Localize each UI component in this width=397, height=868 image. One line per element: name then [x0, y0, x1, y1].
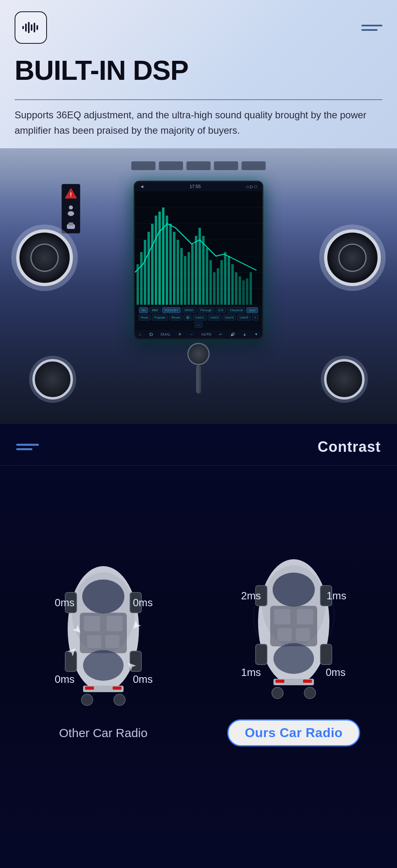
svg-rect-26: [166, 216, 168, 305]
svg-rect-64: [85, 686, 94, 690]
contrast-icon: [16, 444, 39, 450]
svg-rect-4: [34, 23, 35, 32]
car-top-icon: [65, 222, 77, 230]
eq-chip-bbe[interactable]: BBE: [149, 307, 161, 313]
eq-chip-user2[interactable]: User2: [208, 314, 221, 321]
screen-dual-label: DUAL: [161, 332, 171, 336]
warning-icon: !: [64, 188, 77, 199]
svg-rect-3: [31, 24, 32, 31]
svg-rect-81: [297, 609, 313, 624]
our-ms-bottom-left: 1ms: [241, 666, 261, 679]
svg-rect-32: [188, 252, 190, 305]
eq-chip-rock[interactable]: Rock: [139, 314, 151, 321]
svg-rect-83: [296, 628, 310, 641]
vent-slot: [131, 161, 156, 170]
svg-rect-44: [231, 264, 234, 305]
other-ms-top-right: 0ms: [133, 596, 153, 609]
alert-panel: !: [62, 184, 80, 233]
svg-rect-40: [217, 268, 219, 305]
our-ms-bottom-right: 0ms: [326, 666, 346, 679]
eq-chip-user5[interactable]: User5: [237, 314, 250, 321]
eq-chip-jazz[interactable]: Jazz: [246, 307, 258, 313]
svg-rect-45: [235, 272, 237, 305]
top-section: BUILT-IN DSP Supports 36EQ adjustment, a…: [0, 0, 397, 424]
svg-point-8: [69, 205, 73, 210]
other-ms-bottom-right: 0ms: [133, 673, 153, 686]
waveform-icon: [21, 20, 41, 35]
other-car-image: 0ms 0ms 0ms 0ms: [51, 548, 156, 718]
eq-chip-dolby[interactable]: ⊙DOLBY: [162, 307, 181, 313]
speaker-left-top: [16, 229, 73, 286]
eq-chip-dots[interactable]: ⊙⊙: [216, 307, 226, 313]
svg-rect-29: [177, 240, 179, 305]
screen-bottom-bar: ⌂ ⏻ DUAL ❄ ↔ AUTO ↩ 🔊 ▲ ▼: [135, 330, 262, 338]
svg-point-78: [273, 573, 315, 607]
svg-rect-27: [169, 224, 172, 305]
svg-point-67: [114, 694, 125, 706]
eq-chip-through[interactable]: Through: [198, 307, 215, 313]
hamburger-menu[interactable]: [361, 25, 382, 31]
our-car-svg: [241, 541, 346, 711]
car-screen[interactable]: ◄ 17:55 ⌂ ▷ □: [134, 181, 263, 340]
our-ms-top-right: 1ms: [327, 590, 346, 602]
svg-rect-42: [224, 252, 226, 305]
screen-eq-display: [135, 191, 262, 305]
eq-chip-plus[interactable]: +: [252, 314, 259, 321]
eq-chip-srs[interactable]: SRS⊙: [182, 307, 196, 313]
eq-chip-popular[interactable]: Popular: [152, 314, 168, 321]
eq-chip-user1[interactable]: User1: [193, 314, 206, 321]
title-divider: [15, 99, 382, 100]
svg-rect-54: [84, 616, 100, 631]
other-ms-bottom-left: 0ms: [55, 673, 75, 686]
svg-rect-91: [303, 680, 312, 683]
svg-rect-47: [242, 280, 245, 305]
svg-point-9: [68, 211, 74, 216]
other-car-label: Other Car Radio: [59, 726, 147, 740]
svg-rect-65: [113, 686, 122, 690]
eq-chip-power[interactable]: ⏻: [184, 314, 192, 321]
our-car-label-button[interactable]: Ours Car Radio: [227, 719, 360, 746]
eq-chip-minus[interactable]: —: [194, 322, 203, 328]
dashboard-image: ! ◄ 17:55 ⌂ ▷ □: [0, 148, 397, 424]
svg-rect-23: [155, 216, 157, 305]
contrast-label: Contrast: [318, 438, 381, 455]
svg-rect-21: [147, 232, 150, 305]
eq-chip-reset[interactable]: Reset: [169, 314, 182, 321]
logo-box[interactable]: [15, 11, 47, 44]
svg-rect-2: [28, 22, 30, 33]
hero-description: Supports 36EQ adjustment, and the ultra-…: [0, 107, 397, 148]
eq-chip-classical[interactable]: Classical: [227, 307, 245, 313]
other-car-svg: ➤ ➤ ➤ ➤: [51, 548, 156, 718]
svg-rect-1: [25, 24, 27, 32]
speaker-left-inner: [30, 244, 59, 272]
svg-rect-5: [36, 25, 38, 30]
svg-rect-90: [275, 680, 284, 683]
vent-slot: [241, 161, 266, 170]
gear-stick: [196, 365, 201, 393]
vent-slot: [214, 161, 238, 170]
svg-rect-28: [173, 232, 175, 305]
svg-rect-11: [68, 222, 73, 226]
svg-rect-43: [228, 256, 230, 305]
svg-rect-82: [277, 628, 292, 641]
svg-rect-80: [274, 609, 290, 624]
svg-rect-46: [239, 276, 241, 305]
screen-time: 17:55: [190, 184, 201, 189]
screen-auto-label: AUTO: [201, 332, 211, 336]
svg-rect-55: [107, 616, 123, 631]
speaker-right-inner: [338, 244, 367, 272]
svg-rect-22: [151, 224, 154, 305]
eq-chip-user3[interactable]: User3: [222, 314, 236, 321]
eq-chip-dts[interactable]: dts: [139, 307, 148, 313]
vent-slot: [186, 161, 211, 170]
svg-rect-30: [180, 248, 183, 305]
header: [0, 0, 397, 52]
svg-rect-49: [250, 272, 252, 305]
svg-point-52: [82, 579, 124, 614]
svg-text:!: !: [70, 191, 72, 198]
speaker-left-bottom: [32, 359, 73, 400]
svg-rect-88: [320, 644, 332, 665]
screen-statusbar: ◄ 17:55 ⌂ ▷ □: [135, 182, 262, 191]
person-icon: [66, 205, 76, 216]
svg-rect-87: [256, 644, 267, 665]
